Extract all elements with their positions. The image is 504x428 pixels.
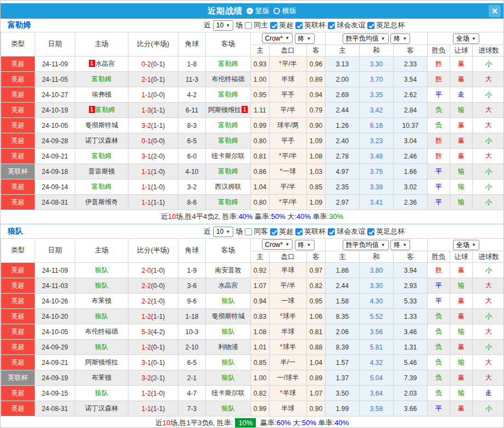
match-type-badge: 英超: [1, 324, 35, 340]
home-team: 曼彻斯特城: [75, 118, 128, 133]
result-handicap: 输: [450, 179, 473, 195]
odds-away: 1.08: [307, 149, 326, 164]
checkbox-label: 球会友谊: [337, 20, 365, 30]
odds-stage-select[interactable]: 终▼: [295, 33, 315, 44]
avg-metric-select[interactable]: 胜平负均值▼: [343, 240, 389, 250]
column-header: 进球数: [473, 45, 504, 57]
match-type-badge: 英超: [1, 263, 35, 278]
avg-stage-select[interactable]: 终▼: [390, 240, 410, 250]
result-goals: 大: [473, 149, 504, 164]
match-count-select[interactable]: 10 ▼: [213, 227, 233, 237]
avg-metric-select[interactable]: 胜平负均值▼: [343, 33, 389, 44]
scope-select[interactable]: 全场▼: [453, 240, 479, 250]
same-venue-checkbox[interactable]: 同主: [245, 20, 268, 30]
chevron-down-icon: ▼: [226, 229, 230, 234]
halftime-score: (1-0): [151, 297, 165, 305]
column-header: 客场: [206, 32, 251, 57]
odds-away: 0.96: [307, 57, 326, 72]
checkbox-icon: [367, 22, 374, 29]
corner-count: 2-1: [178, 370, 206, 386]
halftime-score: (0-0): [151, 282, 165, 290]
layout-radio-horizontal[interactable]: 横版: [273, 6, 296, 16]
competition-checkbox[interactable]: 英联杯: [295, 20, 326, 30]
corner-count: 3-6: [178, 278, 206, 294]
match-type-badge: 英超: [1, 87, 35, 103]
competition-checkbox[interactable]: 英足总杯: [367, 227, 405, 236]
close-button[interactable]: ✕: [489, 5, 501, 17]
column-header: 盘口: [270, 251, 307, 263]
avg-stage-select[interactable]: 终▼: [390, 33, 410, 44]
home-team: 布莱顿: [75, 370, 128, 386]
red-card-badge: 1: [89, 106, 95, 113]
home-team: 狼队: [75, 340, 128, 355]
odds-handicap: *平/半: [270, 195, 307, 210]
avg-away: 2.46: [394, 149, 428, 164]
unit-label: 场: [236, 20, 243, 30]
score: 1-2(1-1): [128, 309, 178, 324]
avg-away: 2.84: [394, 103, 428, 118]
score: 5-3(4-2): [128, 324, 178, 340]
match-row: 英超24-11-05富勒姆2-1(0-1)11-3布伦特福德1.00半球0.89…: [1, 72, 504, 87]
odds-company-select[interactable]: Crow*▼: [262, 33, 293, 43]
odds-home: 1.04: [251, 179, 270, 195]
competition-checkbox[interactable]: 英联杯: [295, 227, 326, 236]
column-header: 主: [326, 45, 360, 57]
result-wdl: 负: [428, 370, 450, 386]
match-count-value: 10: [216, 228, 223, 235]
odds-stage-select[interactable]: 终▼: [295, 240, 315, 250]
competition-checkbox[interactable]: 英超: [270, 20, 293, 30]
chevron-down-icon: ▼: [285, 242, 289, 247]
competition-checkbox[interactable]: 英足总杯: [367, 20, 405, 30]
checkbox-icon: [270, 22, 277, 29]
competition-checkbox[interactable]: 英超: [270, 227, 293, 236]
checkbox-label: 英联杯: [304, 20, 326, 30]
odds-handicap: 一/球半: [270, 370, 307, 386]
match-row: 英联杯24-09-19布莱顿3-2(2-1)2-1狼队1.00一/球半0.891…: [1, 370, 504, 386]
match-date: 24-10-27: [35, 87, 75, 103]
odds-group-header: Crow*▼ 终▼: [251, 32, 326, 45]
away-team: 富勒姆: [206, 57, 251, 72]
scope-select[interactable]: 全场▼: [453, 33, 479, 44]
team-section: 富勒姆 近 10 ▼ 场 同主 英超英联杯球会友谊英足总杯: [1, 19, 503, 223]
match-date: 24-08-31: [35, 195, 75, 210]
summary-segment: 大:: [291, 419, 302, 427]
odds-away: 0.79: [307, 103, 326, 118]
odds-home: 0.93: [251, 57, 270, 72]
matches-table: 类型 日期 主场 比分(半场) 角球 客场 Crow*▼ 终▼ 胜平负均值▼ 终…: [1, 238, 504, 416]
column-header: 比分(半场): [128, 239, 178, 263]
result-handicap: 输: [450, 355, 473, 370]
fulltime-score: 1-2: [142, 390, 151, 397]
unit-label: 场: [236, 227, 243, 236]
avg-draw: 3.56: [360, 324, 394, 340]
result-wdl: 负: [428, 103, 450, 118]
column-header: 比分(半场): [128, 32, 178, 57]
match-count-select[interactable]: 10 ▼: [213, 20, 233, 31]
home-team: 布莱顿: [75, 294, 128, 309]
competition-checkbox[interactable]: 球会友谊: [328, 20, 365, 30]
corner-count: 7-3: [178, 401, 206, 416]
layout-radio-vertical[interactable]: 竖版: [247, 6, 270, 16]
match-type-badge: 英超: [1, 355, 35, 370]
odds-company-select[interactable]: Crow*▼: [262, 239, 293, 250]
corner-count: 1-9: [178, 263, 206, 278]
corner-count: 6-0: [178, 149, 206, 164]
column-header: 客: [307, 251, 326, 263]
avg-away: 3.04: [394, 133, 428, 149]
result-goals: 小: [473, 57, 504, 72]
score: 2-2(0-0): [128, 278, 178, 294]
star-mark: *: [280, 389, 283, 397]
same-venue-checkbox[interactable]: 同客: [245, 227, 268, 236]
avg-away: 7.39: [394, 370, 428, 386]
corner-count: 6-5: [178, 355, 206, 370]
corner-count: 6-11: [178, 103, 206, 118]
away-team: 曼彻斯特城: [206, 309, 251, 324]
column-header: 主: [251, 45, 270, 57]
summary-segment: 60%: [277, 419, 291, 427]
result-goals: 大: [473, 324, 504, 340]
odds-handicap: 平/半: [270, 103, 307, 118]
summary-segment: 大:: [285, 212, 296, 221]
corner-count: 1-18: [178, 309, 206, 324]
odds-home: 0.95: [251, 87, 270, 103]
result-goals: 大: [473, 103, 504, 118]
competition-checkbox[interactable]: 球会友谊: [328, 227, 365, 236]
